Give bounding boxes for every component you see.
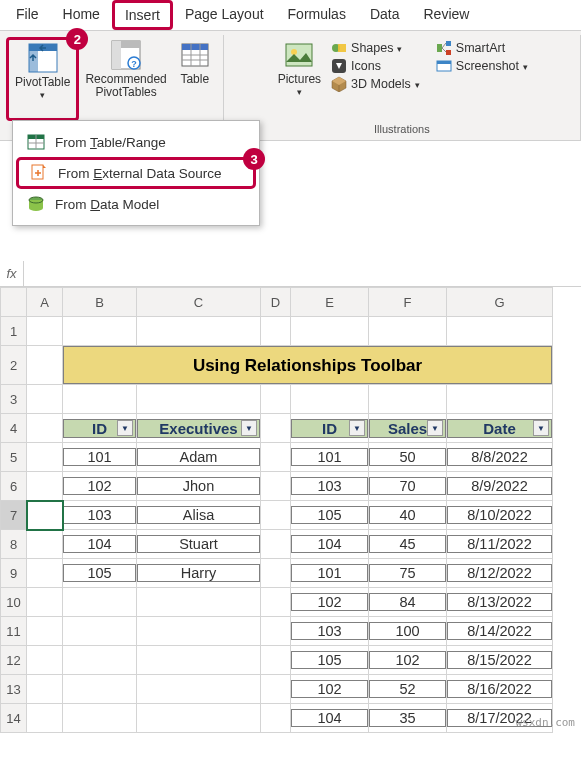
cell-F12[interactable]: 102 xyxy=(369,646,447,675)
cell-F11[interactable]: 100 xyxy=(369,617,447,646)
cell-G7[interactable]: 8/10/2022 xyxy=(447,501,553,530)
screenshot-button[interactable]: Screenshot ▾ xyxy=(432,57,532,75)
cell-F9[interactable]: 75 xyxy=(369,559,447,588)
formula-input[interactable] xyxy=(24,261,581,286)
row-header-6[interactable]: 6 xyxy=(1,472,27,501)
cell-D4[interactable] xyxy=(261,414,291,443)
filter-button[interactable]: ▼ xyxy=(427,420,443,436)
cell-G6[interactable]: 8/9/2022 xyxy=(447,472,553,501)
cell-C9[interactable]: Harry xyxy=(137,559,261,588)
cell-B14[interactable] xyxy=(63,704,137,733)
cell-D5[interactable] xyxy=(261,443,291,472)
filter-button[interactable]: ▼ xyxy=(533,420,549,436)
cell-E7[interactable]: 105 xyxy=(291,501,369,530)
cell-F3[interactable] xyxy=(369,385,447,414)
icons-button[interactable]: Icons xyxy=(327,57,424,75)
cell-G3[interactable] xyxy=(447,385,553,414)
cell-F13[interactable]: 52 xyxy=(369,675,447,704)
cell-A2[interactable] xyxy=(27,346,63,385)
col-header-F[interactable]: F xyxy=(369,288,447,317)
cell-B6[interactable]: 102 xyxy=(63,472,137,501)
cell-F7[interactable]: 40 xyxy=(369,501,447,530)
smartart-button[interactable]: SmartArt xyxy=(432,39,532,57)
cell-A9[interactable] xyxy=(27,559,63,588)
row-header-5[interactable]: 5 xyxy=(1,443,27,472)
cell-D13[interactable] xyxy=(261,675,291,704)
cell-E14[interactable]: 104 xyxy=(291,704,369,733)
cell-A3[interactable] xyxy=(27,385,63,414)
cell-C1[interactable] xyxy=(137,317,261,346)
row-header-9[interactable]: 9 xyxy=(1,559,27,588)
cell-D11[interactable] xyxy=(261,617,291,646)
cell-F1[interactable] xyxy=(369,317,447,346)
filter-button[interactable]: ▼ xyxy=(349,420,365,436)
tab-formulas[interactable]: Formulas xyxy=(276,0,358,30)
cell-F8[interactable]: 45 xyxy=(369,530,447,559)
row-header-1[interactable]: 1 xyxy=(1,317,27,346)
cell-E6[interactable]: 103 xyxy=(291,472,369,501)
cell-C12[interactable] xyxy=(137,646,261,675)
from-data-model[interactable]: From Data Model xyxy=(13,189,259,219)
col-header-G[interactable]: G xyxy=(447,288,553,317)
cell-G9[interactable]: 8/12/2022 xyxy=(447,559,553,588)
cell-C6[interactable]: Jhon xyxy=(137,472,261,501)
cell-G4[interactable]: Date▼ xyxy=(447,414,553,443)
cell-G5[interactable]: 8/8/2022 xyxy=(447,443,553,472)
tab-review[interactable]: Review xyxy=(412,0,482,30)
cell-D1[interactable] xyxy=(261,317,291,346)
cell-D8[interactable] xyxy=(261,530,291,559)
cell-C14[interactable] xyxy=(137,704,261,733)
tab-file[interactable]: File xyxy=(4,0,51,30)
cell-E4[interactable]: ID▼ xyxy=(291,414,369,443)
cell-A6[interactable] xyxy=(27,472,63,501)
cell-C5[interactable]: Adam xyxy=(137,443,261,472)
cell-B7[interactable]: 103 xyxy=(63,501,137,530)
col-header-B[interactable]: B xyxy=(63,288,137,317)
cell-C8[interactable]: Stuart xyxy=(137,530,261,559)
cell-B10[interactable] xyxy=(63,588,137,617)
recommended-pivottables-button[interactable]: ? RecommendedPivotTables xyxy=(79,37,172,121)
shapes-button[interactable]: Shapes ▾ xyxy=(327,39,424,57)
cell-F4[interactable]: Sales▼ xyxy=(369,414,447,443)
cell-A4[interactable] xyxy=(27,414,63,443)
row-header-14[interactable]: 14 xyxy=(1,704,27,733)
cell-B5[interactable]: 101 xyxy=(63,443,137,472)
row-header-7[interactable]: 7 xyxy=(1,501,27,530)
3d-models-button[interactable]: 3D Models ▾ xyxy=(327,75,424,93)
pivottable-button[interactable]: PivotTable ▾ 2 xyxy=(6,37,79,121)
cell-F14[interactable]: 35 xyxy=(369,704,447,733)
tab-data[interactable]: Data xyxy=(358,0,412,30)
cell-E9[interactable]: 101 xyxy=(291,559,369,588)
col-header-C[interactable]: C xyxy=(137,288,261,317)
cell-G1[interactable] xyxy=(447,317,553,346)
cell-B3[interactable] xyxy=(63,385,137,414)
cell-E10[interactable]: 102 xyxy=(291,588,369,617)
col-header-A[interactable]: A xyxy=(27,288,63,317)
cell-A12[interactable] xyxy=(27,646,63,675)
cell-C4[interactable]: Executives▼ xyxy=(137,414,261,443)
tab-page-layout[interactable]: Page Layout xyxy=(173,0,276,30)
cell-A7[interactable] xyxy=(27,501,63,530)
cell-A1[interactable] xyxy=(27,317,63,346)
cell-E13[interactable]: 102 xyxy=(291,675,369,704)
cell-E12[interactable]: 105 xyxy=(291,646,369,675)
cell-D14[interactable] xyxy=(261,704,291,733)
select-all-cell[interactable] xyxy=(1,288,27,317)
cell-D7[interactable] xyxy=(261,501,291,530)
row-header-2[interactable]: 2 xyxy=(1,346,27,385)
cell-C11[interactable] xyxy=(137,617,261,646)
cell-G11[interactable]: 8/14/2022 xyxy=(447,617,553,646)
cell-B2[interactable]: Using Relationships Toolbar xyxy=(63,346,553,385)
tab-home[interactable]: Home xyxy=(51,0,112,30)
cell-B4[interactable]: ID▼ xyxy=(63,414,137,443)
cell-G13[interactable]: 8/16/2022 xyxy=(447,675,553,704)
cell-F6[interactable]: 70 xyxy=(369,472,447,501)
row-header-3[interactable]: 3 xyxy=(1,385,27,414)
cell-B9[interactable]: 105 xyxy=(63,559,137,588)
cell-E3[interactable] xyxy=(291,385,369,414)
cell-D10[interactable] xyxy=(261,588,291,617)
cell-G12[interactable]: 8/15/2022 xyxy=(447,646,553,675)
from-external-data-source[interactable]: From External Data Source 3 xyxy=(16,157,256,189)
tab-insert[interactable]: Insert xyxy=(112,0,173,30)
pictures-button[interactable]: Pictures ▾ xyxy=(272,37,327,121)
